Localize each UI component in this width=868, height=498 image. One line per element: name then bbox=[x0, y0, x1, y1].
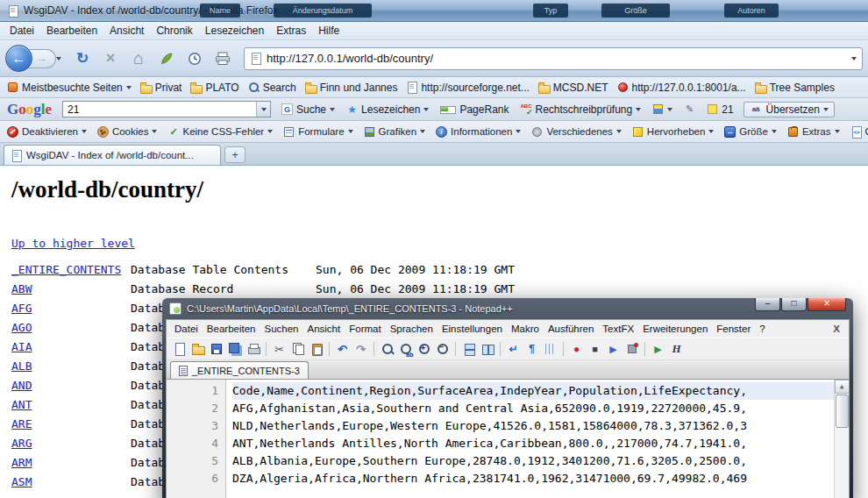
toolbar-indent-guide-icon[interactable] bbox=[542, 341, 559, 358]
toolbar-redo-icon[interactable] bbox=[352, 341, 369, 358]
notepad-titlebar[interactable]: C:\Users\Martin\AppData\Local\Temp\_ENTI… bbox=[166, 298, 850, 319]
bookmark-tree-samples[interactable]: Tree Samples bbox=[755, 82, 835, 94]
google-pencil-icon[interactable] bbox=[682, 103, 697, 116]
toolbar-word-wrap-icon[interactable] bbox=[505, 341, 522, 358]
dropdown-arrow-icon[interactable] bbox=[835, 130, 840, 136]
minimize-button[interactable]: – bbox=[755, 298, 780, 311]
toolbar-record-macro-icon[interactable] bbox=[568, 341, 585, 358]
bookmark-privat[interactable]: Privat bbox=[140, 82, 182, 94]
listing-link-are[interactable]: ARE bbox=[11, 415, 131, 434]
webdev-deaktivieren[interactable]: Deaktivieren bbox=[7, 126, 87, 138]
toolbar-sync-v-icon[interactable] bbox=[460, 341, 477, 358]
listing-link-aia[interactable]: AIA bbox=[11, 338, 131, 357]
webdev-verschiedenes[interactable]: Verschiedenes bbox=[531, 126, 621, 138]
back-button[interactable]: ← bbox=[5, 45, 32, 72]
google-lesezeichen[interactable]: Lesezeichen bbox=[345, 103, 430, 117]
scroll-thumb[interactable] bbox=[836, 395, 849, 428]
bookmark-search[interactable]: Search bbox=[248, 82, 296, 94]
notepad-menu-item[interactable]: ? bbox=[755, 322, 769, 336]
toolbar-save-all-icon[interactable] bbox=[226, 341, 243, 358]
notepad-menu-makro[interactable]: Makro bbox=[507, 322, 544, 336]
history-clock-button[interactable] bbox=[183, 47, 206, 70]
maximize-button[interactable]: □ bbox=[781, 298, 807, 311]
notepad-menu-datei[interactable]: Datei bbox=[170, 322, 203, 336]
notepad-menu-ausf-hren[interactable]: Ausführen bbox=[544, 322, 598, 336]
google-pagerank[interactable]: PageRank bbox=[438, 103, 510, 117]
notepad-menu-sprachen[interactable]: Sprachen bbox=[386, 322, 438, 336]
dropdown-arrow-icon[interactable] bbox=[708, 130, 714, 136]
menu-ansicht[interactable]: Ansicht bbox=[103, 23, 150, 39]
google-bersetzen[interactable]: Übersetzen bbox=[743, 102, 835, 117]
editor-area[interactable]: 123456 Code,Name,Continent,Region,Surfac… bbox=[167, 380, 849, 498]
menu-hilfe[interactable]: Hilfe bbox=[312, 23, 345, 39]
scroll-up-arrow[interactable]: ▲ bbox=[835, 380, 850, 394]
dropdown-arrow-icon[interactable] bbox=[330, 108, 335, 114]
webdev-extras[interactable]: Extras bbox=[787, 126, 840, 138]
document-close-x[interactable]: X bbox=[833, 324, 845, 334]
url-dropdown-icon[interactable] bbox=[851, 57, 857, 63]
bookmark-meistbesuchte-seiten[interactable]: Meistbesuchte Seiten bbox=[7, 82, 132, 94]
google-search-dropdown[interactable] bbox=[256, 102, 270, 117]
toolbar-run-icon[interactable] bbox=[650, 341, 666, 358]
webdev-grafiken[interactable]: Grafiken bbox=[364, 126, 425, 138]
code-area[interactable]: Code,Name,Continent,Region,SurfaceArea,I… bbox=[226, 380, 834, 498]
webdev-keine-css-fehler[interactable]: Keine CSS-Fehler bbox=[167, 126, 273, 138]
close-button[interactable]: × bbox=[808, 298, 846, 311]
toolbar-cut-icon[interactable] bbox=[271, 341, 288, 358]
notepad-tab[interactable]: _ENTIRE_CONTENTS-3 bbox=[170, 361, 309, 379]
toolbar-zoom-in-icon[interactable] bbox=[416, 341, 432, 358]
dropdown-arrow-icon[interactable] bbox=[348, 130, 353, 136]
google-search-value[interactable]: 21 bbox=[63, 103, 256, 116]
notepad-menu-bearbeiten[interactable]: Bearbeiten bbox=[203, 322, 260, 336]
home-button[interactable]: ⌂ bbox=[127, 47, 150, 70]
dropdown-arrow-icon[interactable] bbox=[152, 130, 157, 136]
listing-link-ant[interactable]: ANT bbox=[11, 395, 131, 415]
google-autofill-icon[interactable] bbox=[651, 103, 674, 116]
webdev-quelltext[interactable]: Quelltext bbox=[850, 126, 868, 138]
notepad-menu-ansicht[interactable]: Ansicht bbox=[303, 322, 345, 336]
url-text[interactable]: http://127.0.0.1/world-db/country/ bbox=[267, 52, 846, 65]
dropdown-arrow-icon[interactable] bbox=[616, 130, 622, 136]
notepad-menu-textfx[interactable]: TextFX bbox=[598, 322, 638, 336]
webdev-hervorheben[interactable]: Hervorheben bbox=[632, 126, 714, 138]
menu-lesezeichen[interactable]: Lesezeichen bbox=[199, 23, 270, 39]
toolbar-save-macro-icon[interactable] bbox=[623, 341, 640, 358]
toolbar-save-file-icon[interactable] bbox=[208, 341, 224, 358]
dropdown-arrow-icon[interactable] bbox=[667, 108, 672, 114]
toolbar-print-icon[interactable] bbox=[245, 341, 261, 358]
dropdown-arrow-icon[interactable] bbox=[420, 130, 425, 136]
toolbar-html-icon[interactable] bbox=[668, 341, 685, 358]
toolbar-undo-icon[interactable] bbox=[334, 341, 351, 358]
dropdown-arrow-icon[interactable] bbox=[423, 108, 429, 114]
dropdown-arrow-icon[interactable] bbox=[82, 130, 87, 136]
notepad-menu-format[interactable]: Format bbox=[345, 322, 385, 336]
listing-link-alb[interactable]: ALB bbox=[11, 357, 131, 376]
google-21[interactable]: 21 bbox=[705, 103, 735, 117]
listing-link-asm[interactable]: ASM bbox=[11, 473, 131, 492]
dropdown-arrow-icon[interactable] bbox=[636, 108, 641, 114]
menu-chronik[interactable]: Chronik bbox=[150, 23, 198, 39]
up-to-higher-level-link[interactable]: Up to higher level bbox=[11, 237, 135, 250]
listing-link-ago[interactable]: AGO bbox=[11, 318, 131, 338]
reload-button[interactable]: ↻ bbox=[71, 47, 94, 70]
toolbar-copy-icon[interactable] bbox=[289, 341, 306, 358]
listing-link-afg[interactable]: AFG bbox=[11, 299, 131, 318]
toolbar-open-file-icon[interactable] bbox=[189, 341, 206, 358]
listing-link-arg[interactable]: ARG bbox=[11, 434, 131, 453]
bookmark-http-sourceforge-net[interactable]: http://sourceforge.net... bbox=[406, 82, 529, 94]
bookmark-plato[interactable]: PLATO bbox=[190, 82, 238, 94]
webdev-informationen[interactable]: Informationen bbox=[436, 126, 521, 138]
toolbar-stop-macro-icon[interactable] bbox=[587, 341, 603, 358]
webdev-gr-e[interactable]: Größe bbox=[724, 126, 777, 138]
dropdown-arrow-icon[interactable] bbox=[772, 130, 777, 136]
dropdown-arrow-icon[interactable] bbox=[516, 130, 521, 136]
tab-wsgidav[interactable]: WsgiDAV - Index of /world-db/count... bbox=[4, 145, 221, 165]
notepad-menu-suchen[interactable]: Suchen bbox=[260, 322, 302, 336]
notepad-menu-erweiterungen[interactable]: Erweiterungen bbox=[638, 322, 712, 336]
menu-extras[interactable]: Extras bbox=[270, 23, 312, 39]
listing-link-entire-contents[interactable]: _ENTIRE_CONTENTS bbox=[11, 260, 131, 280]
google-search-box[interactable]: 21 bbox=[62, 101, 271, 117]
google-rechtschreibpr-fung[interactable]: Rechtschreibprüfung bbox=[518, 103, 643, 117]
dropdown-arrow-icon[interactable] bbox=[267, 130, 273, 136]
feather-extension-button[interactable] bbox=[155, 47, 178, 70]
